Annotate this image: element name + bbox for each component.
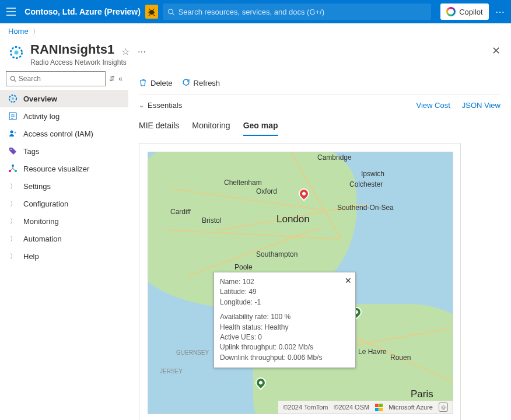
geo-map-panel: London Paris Cambridge Ipswich Colcheste… xyxy=(139,143,461,420)
popup-down-key: Downlink throughput xyxy=(220,354,288,362)
city-southend: Southend-On-Sea xyxy=(337,204,394,212)
breadcrumb: Home 〉 xyxy=(0,23,511,40)
city-southampton: Southampton xyxy=(256,250,298,258)
geo-map[interactable]: London Paris Cambridge Ipswich Colcheste… xyxy=(148,152,453,414)
global-search-input[interactable] xyxy=(178,8,427,16)
attr-azure: Microsoft Azure xyxy=(388,404,433,411)
popup-close-button[interactable]: ✕ xyxy=(345,275,352,286)
sidebar-item-label: Tags xyxy=(23,147,39,156)
popup-lat-val: 49 xyxy=(249,288,256,296)
delete-button[interactable]: Delete xyxy=(139,78,173,88)
sidebar-item-monitoring[interactable]: 〉 Monitoring xyxy=(0,212,128,230)
popup-health-key: Health status xyxy=(220,323,265,331)
sidebar-item-iam[interactable]: Access control (IAM) xyxy=(0,125,128,142)
refresh-button[interactable]: Refresh xyxy=(182,78,220,88)
view-cost-link[interactable]: View Cost xyxy=(416,101,450,110)
sidebar-item-label: Monitoring xyxy=(23,217,59,226)
svg-line-2 xyxy=(173,13,174,15)
tab-monitoring[interactable]: Monitoring xyxy=(192,117,230,136)
sidebar-item-settings[interactable]: 〉 Settings xyxy=(0,177,128,195)
copilot-button[interactable]: Copilot xyxy=(440,4,488,20)
svg-point-13 xyxy=(12,164,14,167)
chevron-right-icon: 〉 xyxy=(8,251,18,261)
sidebar-item-label: Settings xyxy=(23,182,51,191)
sidebar-item-tags[interactable]: Tags xyxy=(0,142,128,160)
page-title: RANInsights1 xyxy=(30,42,114,57)
sidebar-item-label: Activity log xyxy=(23,112,60,121)
popup-health-val: Healthy xyxy=(265,323,289,331)
sidebar-item-configuration[interactable]: 〉 Configuration xyxy=(0,195,128,212)
sidebar-item-label: Configuration xyxy=(23,200,68,208)
city-cheltenham: Cheltenham xyxy=(224,178,262,187)
copilot-label: Copilot xyxy=(459,8,482,16)
delete-label: Delete xyxy=(150,79,173,88)
sidebar-item-help[interactable]: 〉 Help xyxy=(0,247,128,265)
attr-osm: ©2024 OSM xyxy=(334,404,369,411)
overview-icon xyxy=(8,94,18,103)
sidebar-item-label: Automation xyxy=(23,235,62,243)
city-paris: Paris xyxy=(411,388,433,400)
trash-icon xyxy=(139,78,147,88)
attr-tomtom: ©2024 TomTom xyxy=(283,404,328,411)
city-oxford: Oxford xyxy=(256,187,277,195)
popup-up-val: 0.002 Mb/s xyxy=(279,343,313,351)
popup-avail-val: 100 % xyxy=(271,313,290,321)
json-view-link[interactable]: JSON View xyxy=(462,101,501,110)
sidebar-item-label: Resource visualizer xyxy=(23,164,89,173)
svg-point-0 xyxy=(149,10,154,15)
popup-name-val: 102 xyxy=(243,278,254,286)
topbar-more[interactable]: ⋯ xyxy=(494,6,506,18)
city-jersey: JERSEY xyxy=(160,368,183,374)
microsoft-logo-icon xyxy=(375,404,383,411)
collapse-sidebar-icon[interactable]: « xyxy=(118,75,123,83)
sidebar-search[interactable] xyxy=(6,71,106,86)
sidebar-item-activity-log[interactable]: Activity log xyxy=(0,107,128,125)
map-attribution: ©2024 TomTom ©2024 OSM Microsoft Azure ☺ xyxy=(278,401,453,414)
svg-point-10 xyxy=(10,131,13,134)
popup-ues-val: 0 xyxy=(258,333,262,341)
hamburger-menu[interactable] xyxy=(5,5,18,19)
tags-icon xyxy=(8,146,18,156)
popup-down-val: 0.006 Mb/s xyxy=(288,354,322,362)
city-ipswich: Ipswich xyxy=(361,170,384,178)
favorite-star-icon[interactable]: ☆ xyxy=(121,46,130,57)
city-bristol: Bristol xyxy=(202,216,221,225)
tab-mie-details[interactable]: MIE details xyxy=(139,117,179,136)
city-cambridge: Cambridge xyxy=(317,153,352,162)
preview-bug-icon[interactable] xyxy=(145,5,158,19)
sidebar-item-resource-visualizer[interactable]: Resource visualizer xyxy=(0,160,128,177)
city-guernsey: GUERNSEY xyxy=(176,349,209,356)
popup-avail-key: Availability rate xyxy=(220,313,271,321)
chevron-right-icon: 〉 xyxy=(8,234,18,243)
essentials-caret-icon[interactable]: ⌄ xyxy=(139,102,144,109)
refresh-label: Refresh xyxy=(194,79,220,88)
chevron-right-icon: 〉 xyxy=(8,181,18,191)
header-more[interactable]: ⋯ xyxy=(138,47,146,57)
feedback-button[interactable]: ☺ xyxy=(439,402,448,412)
search-icon xyxy=(167,8,174,16)
resource-visualizer-icon xyxy=(8,164,18,173)
global-search[interactable] xyxy=(163,4,431,20)
activity-log-icon xyxy=(8,111,18,121)
city-cardiff: Cardiff xyxy=(170,208,191,216)
sidebar-item-label: Access control (IAM) xyxy=(23,130,93,138)
sidebar-search-input[interactable] xyxy=(19,75,102,83)
chevron-right-icon: 〉 xyxy=(8,199,18,208)
iam-icon xyxy=(8,129,18,138)
city-colchester: Colchester xyxy=(349,180,383,188)
sidebar-item-overview[interactable]: Overview xyxy=(0,90,128,107)
close-blade-button[interactable]: ✕ xyxy=(489,42,503,60)
tab-geo-map[interactable]: Geo map xyxy=(243,117,278,136)
sidebar-item-automation[interactable]: 〉 Automation xyxy=(0,230,128,247)
breadcrumb-home[interactable]: Home xyxy=(8,27,29,36)
popup-lon-key: Longitude xyxy=(220,298,254,306)
page-subtitle: Radio Access Network Insights xyxy=(30,58,146,66)
expand-collapse-icon[interactable]: ⇵ xyxy=(109,75,115,83)
city-london: London xyxy=(276,214,310,225)
svg-point-5 xyxy=(10,76,15,80)
resource-type-icon xyxy=(8,44,24,61)
chevron-right-icon: 〉 xyxy=(33,28,39,35)
refresh-icon xyxy=(182,78,190,88)
svg-line-6 xyxy=(14,80,16,82)
svg-point-4 xyxy=(15,51,19,55)
